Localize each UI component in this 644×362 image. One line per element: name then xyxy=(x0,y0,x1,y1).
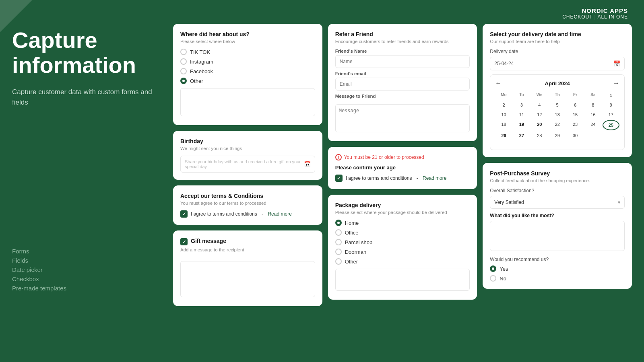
age-checkbox-item[interactable]: I agree to terms and conditions - Read m… xyxy=(335,175,470,182)
recommend-options: Yes No xyxy=(490,265,625,282)
cal-day-25[interactable]: 25 xyxy=(603,120,619,130)
radio-other[interactable] xyxy=(180,78,187,84)
hero-title: Capture information xyxy=(12,28,165,77)
cal-day-18[interactable]: 18 xyxy=(495,120,512,130)
radio-home[interactable] xyxy=(335,220,342,226)
gift-message-input[interactable] xyxy=(180,261,315,297)
cal-day-19[interactable]: 19 xyxy=(513,120,530,130)
cal-day-3[interactable]: 3 xyxy=(513,101,530,109)
friend-email-label: Friend's email xyxy=(335,71,470,76)
radio-yes[interactable] xyxy=(490,265,496,272)
terms-read-more-link[interactable]: Read more xyxy=(268,211,291,217)
satisfaction-label: Overall Satisfaction? xyxy=(490,188,625,193)
cal-day-17[interactable]: 17 xyxy=(603,110,619,119)
cal-day-15[interactable]: 15 xyxy=(567,110,584,119)
cal-day-4[interactable]: 4 xyxy=(531,101,548,109)
cal-day-24[interactable]: 24 xyxy=(584,120,601,130)
radio-doorman[interactable] xyxy=(335,249,342,255)
cal-day-11[interactable]: 11 xyxy=(513,110,530,119)
recommend-yes[interactable]: Yes xyxy=(490,265,625,272)
age-read-more-link[interactable]: Read more xyxy=(423,175,446,181)
what-like-label: What did you like the most? xyxy=(490,213,625,218)
cal-day-9[interactable]: 9 xyxy=(603,101,619,109)
delivery-date-field[interactable]: 25-04-24 📅 xyxy=(490,57,625,70)
main-content: Capture information Capture customer dat… xyxy=(0,24,644,314)
calendar-prev-button[interactable]: ← xyxy=(495,80,502,87)
delivery-office[interactable]: Office xyxy=(335,229,470,236)
package-title: Package delivery xyxy=(335,202,470,208)
cal-day-16[interactable]: 16 xyxy=(584,110,601,119)
cal-day-30[interactable]: 30 xyxy=(567,131,584,140)
calendar-next-button[interactable]: → xyxy=(613,80,619,87)
cal-day-8[interactable]: 8 xyxy=(584,101,601,109)
radio-facebook[interactable] xyxy=(180,68,187,74)
cal-day-23[interactable]: 23 xyxy=(567,120,584,130)
terms-subtitle: You must agree to our terms to processed xyxy=(180,201,315,206)
delivery-notes-input[interactable] xyxy=(335,269,470,291)
nav-checkbox[interactable]: Checkbox xyxy=(12,276,165,282)
delivery-parcel[interactable]: Parcel shop xyxy=(335,239,470,245)
radio-no[interactable] xyxy=(490,275,496,282)
option-instagram[interactable]: Instagram xyxy=(180,58,315,65)
cal-day-10[interactable]: 10 xyxy=(495,110,512,119)
birthday-subtitle: We might sent you nice things xyxy=(180,146,315,151)
cal-day-2[interactable]: 2 xyxy=(495,101,512,109)
hero-subtitle: Capture customer data with custom forms … xyxy=(12,87,165,107)
birthday-date-field[interactable]: Share your birthday with us and received… xyxy=(180,156,315,173)
date-value: 25-04-24 xyxy=(494,61,514,66)
cal-day-6[interactable]: 6 xyxy=(567,101,584,109)
radio-instagram[interactable] xyxy=(180,58,187,65)
birthday-placeholder: Share your birthday with us and received… xyxy=(185,159,304,169)
option-tiktok[interactable]: TIK TOK xyxy=(180,49,315,55)
gift-checkbox[interactable] xyxy=(180,238,188,245)
cal-day-5[interactable]: 5 xyxy=(549,101,566,109)
satisfaction-select[interactable]: Very Satisfied ▾ xyxy=(490,196,625,209)
cal-day-29[interactable]: 29 xyxy=(549,131,566,140)
radio-office[interactable] xyxy=(335,229,342,236)
cal-day-empty1 xyxy=(584,131,601,140)
terms-checkbox-item[interactable]: I agree to terms and conditions - Read m… xyxy=(180,210,315,218)
radio-delivery-other[interactable] xyxy=(335,258,342,265)
option-facebook[interactable]: Facebook xyxy=(180,68,315,74)
cal-day-12[interactable]: 12 xyxy=(531,110,548,119)
refer-friend-card: Refer a Friend Encourage customers to re… xyxy=(328,24,477,141)
cal-day-20[interactable]: 20 xyxy=(531,120,548,130)
delivery-other[interactable]: Other xyxy=(335,258,470,265)
where-hear-subtitle: Please select where below xyxy=(180,39,315,44)
gift-title: Gift message xyxy=(191,238,226,244)
cal-day-13[interactable]: 13 xyxy=(549,110,566,119)
friend-message-input[interactable] xyxy=(335,104,470,132)
confirm-age-title: Please confirm your age xyxy=(335,165,470,171)
radio-tiktok[interactable] xyxy=(180,49,187,55)
cal-day-empty2 xyxy=(603,131,619,140)
delivery-doorman[interactable]: Doorman xyxy=(335,249,470,255)
recommend-no[interactable]: No xyxy=(490,275,625,282)
cal-day-22[interactable]: 22 xyxy=(549,120,566,130)
terms-checkbox[interactable] xyxy=(180,210,188,218)
recommend-label: Would you recommend us? xyxy=(490,257,625,262)
option-other[interactable]: Other xyxy=(180,78,315,84)
age-error: ! You must be 21 or older to processed xyxy=(335,154,470,160)
other-text-input[interactable] xyxy=(180,88,315,116)
cal-day-1[interactable]: 1 xyxy=(603,91,619,100)
cal-day-26[interactable]: 26 xyxy=(495,131,512,140)
nav-templates[interactable]: Pre-made templates xyxy=(12,285,165,292)
nav-fields[interactable]: Fields xyxy=(12,257,165,264)
feature-nav: Forms Fields Date picker Checkbox Pre-ma… xyxy=(12,248,165,294)
delivery-home[interactable]: Home xyxy=(335,220,470,226)
what-like-input[interactable] xyxy=(490,221,625,251)
cal-day-28[interactable]: 28 xyxy=(531,131,548,140)
nav-date-picker[interactable]: Date picker xyxy=(12,266,165,273)
cal-header-fr: Fr xyxy=(567,91,584,100)
radio-parcel[interactable] xyxy=(335,239,342,245)
cal-day-27[interactable]: 27 xyxy=(513,131,530,140)
age-checkbox[interactable] xyxy=(335,175,343,182)
cal-day-empty3 xyxy=(495,141,512,145)
friend-email-input[interactable] xyxy=(335,78,470,90)
where-hear-title: Where did hear about us? xyxy=(180,31,315,37)
nav-forms[interactable]: Forms xyxy=(12,248,165,255)
friend-name-label: Friend's Name xyxy=(335,49,470,53)
friend-name-input[interactable] xyxy=(335,55,470,68)
header: NORDIC APPS CHECKOUT | ALL IN ONE xyxy=(0,0,644,24)
survey-title: Post-Purchase Survey xyxy=(490,170,625,177)
